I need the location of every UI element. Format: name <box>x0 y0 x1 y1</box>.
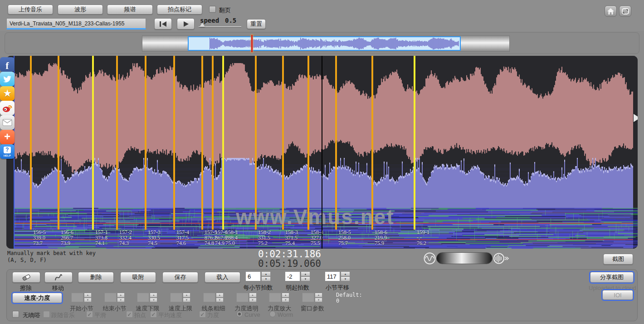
tempo-dynamics-button[interactable]: 速度-力度 <box>12 293 62 303</box>
share-plus-share-icon[interactable]: + <box>0 130 15 144</box>
speed-slider-track[interactable] <box>199 26 241 27</box>
facebook-share-icon[interactable]: f <box>0 57 15 72</box>
spinner-down-icon[interactable]: ▼ <box>282 298 289 303</box>
spinner-up-icon[interactable]: ▲ <box>315 293 322 298</box>
spectrum-button[interactable]: 频谱 <box>107 5 153 15</box>
spinner-up-icon[interactable]: ▲ <box>249 293 257 298</box>
upload-music-button[interactable]: 上传音乐 <box>8 5 53 15</box>
load-button[interactable]: 载入 <box>205 272 240 283</box>
number-spinner[interactable]: ▲▼ <box>261 271 271 281</box>
spinner-up-icon[interactable]: ▲ <box>341 271 350 276</box>
number-input[interactable]: -2 <box>285 271 300 281</box>
twitter-share-icon[interactable] <box>0 72 15 86</box>
beat-marker-line[interactable] <box>30 56 32 230</box>
play-button[interactable] <box>177 18 195 29</box>
beat-marker-line[interactable] <box>371 56 373 230</box>
qzone-share-icon[interactable]: ★ <box>0 86 15 101</box>
overview-track[interactable] <box>142 35 510 52</box>
screenshot-button[interactable]: 截图 <box>603 254 633 265</box>
spinner-up-icon[interactable]: ▲ <box>261 271 271 276</box>
keyboard-hint: Manually mark beat with key (A, S, D, F) <box>7 250 96 264</box>
help-share-icon[interactable]: ?HELP <box>0 144 15 159</box>
param-spinner[interactable]: ▲▼ <box>150 293 157 302</box>
home-button[interactable] <box>605 5 617 17</box>
beat-mark-button[interactable]: 拍点标记 <box>157 5 202 15</box>
amplitude-slider-arrow[interactable] <box>634 114 638 122</box>
beat-marker-line[interactable] <box>307 56 309 230</box>
volume-slider[interactable] <box>436 252 493 264</box>
beat-marker-line[interactable] <box>92 56 94 230</box>
spinner-down-icon[interactable]: ▼ <box>315 298 322 303</box>
delete-button[interactable]: 删除 <box>78 272 114 283</box>
spinner-down-icon[interactable]: ▼ <box>261 276 271 281</box>
beat-marker-label: 156-6266.773.9 <box>61 230 88 246</box>
flip-page-checkbox[interactable] <box>209 6 216 13</box>
number-spinner[interactable]: ▲▼ <box>341 271 350 281</box>
number-spinner[interactable]: ▲▼ <box>301 271 310 281</box>
checkbox-5[interactable]: ✓ <box>150 311 157 318</box>
prev-button[interactable] <box>154 18 172 29</box>
beat-marker-line[interactable] <box>173 56 175 230</box>
spinner-down-icon[interactable]: ▼ <box>117 298 125 303</box>
beat-marker-line[interactable] <box>282 56 284 230</box>
checkbox-1[interactable] <box>12 311 19 318</box>
checkbox-4[interactable]: ✓ <box>126 311 133 318</box>
spinner-up-icon[interactable]: ▲ <box>183 293 190 298</box>
filename-field[interactable]: Verdi-La_Traviata_N05_M118_233-Callas-19… <box>6 18 146 29</box>
radio-curve[interactable] <box>236 311 243 317</box>
param-spinner[interactable]: ▲▼ <box>315 293 322 302</box>
email-share-icon[interactable] <box>0 115 15 130</box>
move-tool-button[interactable] <box>44 272 73 283</box>
spinner-up-icon[interactable]: ▲ <box>150 293 157 298</box>
spinner-up-icon[interactable]: ▲ <box>84 293 92 298</box>
weibo-share-icon[interactable] <box>0 101 15 115</box>
beat-marker-line[interactable] <box>116 56 118 230</box>
param-spinner[interactable]: ▲▼ <box>117 293 125 302</box>
param-spinner[interactable]: ▲▼ <box>249 293 257 302</box>
ioi-button[interactable]: IOI <box>602 290 633 300</box>
share-screenshot-button[interactable]: 分享截图 <box>590 272 634 283</box>
beat-marker-line[interactable] <box>212 56 214 230</box>
radio-label: Worm <box>278 311 293 318</box>
waveform-button[interactable]: 波形 <box>58 5 103 15</box>
spinner-down-icon[interactable]: ▼ <box>216 298 224 303</box>
spinner-down-icon[interactable]: ▼ <box>183 298 190 303</box>
beat-marker-line[interactable] <box>58 56 59 230</box>
spinner-down-icon[interactable]: ▼ <box>249 298 257 303</box>
reset-button[interactable]: 重置 <box>247 19 266 29</box>
spinner-down-icon[interactable]: ▼ <box>84 298 92 303</box>
param-spinner[interactable]: ▲▼ <box>216 293 224 302</box>
spinner-down-icon[interactable]: ▼ <box>341 276 350 281</box>
beat-marker-line[interactable] <box>335 56 337 230</box>
radio-worm[interactable] <box>269 311 276 317</box>
beat-marker-line[interactable] <box>414 56 415 230</box>
overview-playhead[interactable] <box>251 35 253 52</box>
overview-selection-window[interactable] <box>188 36 461 51</box>
main-waveform-display[interactable]: 156-5339.073.7156-6266.773.9157-1373.874… <box>6 56 638 249</box>
speed-slider-thumb[interactable] <box>200 23 205 27</box>
param-spinner[interactable]: ▲▼ <box>282 293 289 302</box>
checkbox-2[interactable] <box>43 311 50 318</box>
fullscreen-button[interactable] <box>619 5 631 17</box>
checkbox-3[interactable]: ✓ <box>86 311 93 318</box>
number-input[interactable]: 6 <box>245 271 261 281</box>
spinner-up-icon[interactable]: ▲ <box>117 293 125 298</box>
spinner-up-icon[interactable]: ▲ <box>282 293 289 298</box>
erase-tool-button[interactable] <box>12 272 40 283</box>
beat-marker-line[interactable] <box>222 56 224 230</box>
number-input[interactable]: 117 <box>325 271 340 281</box>
spinner-down-icon[interactable]: ▼ <box>150 298 157 303</box>
top-toolbar: 上传音乐 波形 频谱 拍点标记 翻页 Verdi-La_Traviata_N05… <box>0 0 644 31</box>
spinner-down-icon[interactable]: ▼ <box>301 276 310 281</box>
beat-marker-line[interactable] <box>201 56 203 230</box>
spinner-up-icon[interactable]: ▲ <box>216 293 224 298</box>
beat-marker-line[interactable] <box>145 56 146 230</box>
snap-button[interactable]: 吸附 <box>120 272 156 283</box>
param-spinner[interactable]: ▲▼ <box>183 293 190 302</box>
save-button[interactable]: 保存 <box>162 272 198 283</box>
spinner-up-icon[interactable]: ▲ <box>301 271 310 276</box>
param-input <box>236 293 249 302</box>
checkbox-6[interactable]: ✓ <box>199 311 206 318</box>
param-spinner[interactable]: ▲▼ <box>84 293 92 302</box>
beat-marker-line[interactable] <box>255 56 257 230</box>
